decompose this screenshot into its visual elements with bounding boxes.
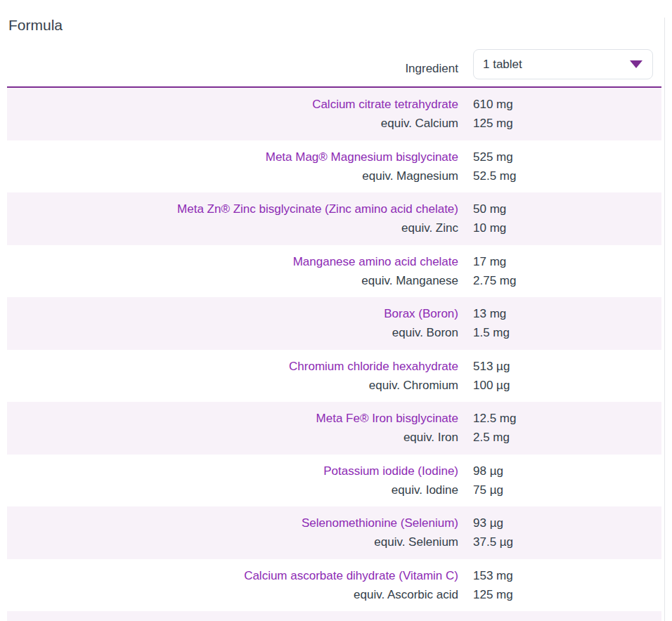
amount-cell: 50 mg 10 mg — [473, 200, 661, 237]
ingredient-cell: Calcium citrate tetrahydrate equiv. Calc… — [7, 95, 458, 133]
ingredient-equiv-amount: 125 mg — [473, 585, 661, 604]
table-row: Meta Mag® Magnesium bisglycinate equiv. … — [7, 140, 661, 193]
serving-size-value: 1 tablet — [483, 58, 522, 72]
ingredient-cell: Potassium iodide (Iodine) equiv. Iodine — [7, 462, 458, 499]
ingredient-name-link[interactable]: Meta Mag® Magnesium bisglycinate — [7, 148, 458, 166]
ingredient-equiv-label: equiv. Selenium — [7, 532, 458, 551]
page-title: Formula — [8, 18, 664, 33]
table-row: Calcium ascorbate dihydrate (Vitamin C) … — [7, 559, 661, 612]
ingredient-amount: 93 µg — [473, 514, 661, 532]
ingredient-equiv-label: equiv. Ascorbic acid — [7, 585, 458, 604]
ingredient-cell: Selenomethionine (Selenium) equiv. Selen… — [7, 514, 458, 551]
ingredient-amount: 153 mg — [473, 566, 661, 585]
amount-cell: 12.5 mg 2.5 mg — [473, 409, 661, 447]
ingredient-name-link[interactable]: Calcium ascorbate dihydrate (Vitamin C) — [7, 566, 458, 585]
ingredient-equiv-label: equiv. Iron — [7, 428, 458, 447]
ingredient-equiv-amount: 100 µg — [473, 376, 661, 395]
ingredient-equiv-label: equiv. Boron — [7, 323, 458, 342]
ingredient-cell: Calcium ascorbate dihydrate (Vitamin C) … — [7, 566, 458, 604]
ingredient-equiv-amount: 52.5 mg — [473, 166, 661, 185]
ingredient-amount: 513 µg — [473, 357, 661, 376]
ingredient-equiv-amount: 37.5 µg — [473, 532, 661, 551]
ingredient-equiv-amount: 1.5 mg — [473, 323, 661, 342]
ingredient-name-link[interactable]: Meta Zn® Zinc bisglycinate (Zinc amino a… — [7, 200, 458, 218]
ingredient-amount: 525 mg — [473, 148, 661, 166]
ingredient-cell: Meta Mag® Magnesium bisglycinate equiv. … — [7, 148, 458, 185]
panel-right-border — [664, 18, 665, 621]
ingredient-name-link[interactable]: Borax (Boron) — [7, 304, 458, 323]
ingredient-amount: 17 mg — [473, 252, 661, 271]
ingredient-equiv-amount: 125 mg — [473, 114, 661, 133]
ingredient-equiv-amount: 2.75 mg — [473, 271, 661, 290]
amount-cell: 93 µg 37.5 µg — [473, 514, 661, 551]
amount-cell: 17 mg 2.75 mg — [473, 252, 661, 290]
table-row: Meta Zn® Zinc bisglycinate (Zinc amino a… — [7, 192, 661, 245]
ingredient-cell: Meta Fe® Iron bisglycinate equiv. Iron — [7, 409, 458, 447]
ingredient-equiv-label: equiv. Zinc — [7, 218, 458, 237]
table-row: Manganese amino acid chelate equiv. Mang… — [7, 245, 661, 298]
table-row: Borax (Boron) equiv. Boron 13 mg 1.5 mg — [7, 297, 661, 350]
ingredient-equiv-label: equiv. Manganese — [7, 271, 458, 290]
amount-cell: 98 µg 75 µg — [473, 462, 661, 499]
ingredient-cell: Borax (Boron) equiv. Boron — [7, 304, 458, 342]
ingredient-name-link[interactable]: Chromium chloride hexahydrate — [7, 357, 458, 376]
table-row: Potassium iodide (Iodine) equiv. Iodine … — [7, 455, 661, 507]
amount-cell: 610 mg 125 mg — [473, 95, 661, 133]
ingredient-name-link[interactable]: Meta Fe® Iron bisglycinate — [7, 409, 458, 428]
table-header: Ingredient 1 tablet — [7, 33, 661, 88]
ingredient-name-link[interactable]: Calcium citrate tetrahydrate — [7, 95, 458, 114]
table-row: Chromium chloride hexahydrate equiv. Chr… — [7, 350, 661, 403]
table-row: Calcium citrate tetrahydrate equiv. Calc… — [7, 88, 661, 140]
ingredient-name-link[interactable]: Selenomethionine (Selenium) — [7, 514, 458, 532]
ingredient-cell: Meta Zn® Zinc bisglycinate (Zinc amino a… — [7, 200, 458, 237]
ingredient-cell: Manganese amino acid chelate equiv. Mang… — [7, 252, 458, 290]
ingredient-amount: 610 mg — [473, 95, 661, 114]
ingredient-equiv-amount: 10 mg — [473, 218, 661, 237]
table-row-partial — [7, 611, 661, 621]
ingredient-amount: 13 mg — [473, 304, 661, 323]
ingredient-amount: 50 mg — [473, 200, 661, 218]
ingredient-column-label: Ingredient — [7, 62, 458, 76]
ingredient-name-link[interactable]: Manganese amino acid chelate — [7, 252, 458, 271]
table-row: Meta Fe® Iron bisglycinate equiv. Iron 1… — [7, 402, 661, 455]
amount-cell: 13 mg 1.5 mg — [473, 304, 661, 342]
amount-cell: 153 mg 125 mg — [473, 566, 661, 604]
ingredient-table-body: Calcium citrate tetrahydrate equiv. Calc… — [7, 88, 661, 611]
ingredient-cell: Chromium chloride hexahydrate equiv. Chr… — [7, 357, 458, 395]
ingredient-equiv-amount: 2.5 mg — [473, 428, 661, 447]
ingredient-equiv-label: equiv. Chromium — [7, 376, 458, 395]
ingredient-amount: 98 µg — [473, 462, 661, 481]
ingredient-equiv-label: equiv. Calcium — [7, 114, 458, 133]
formula-page: Formula Ingredient 1 tablet Calcium citr… — [0, 18, 672, 621]
ingredient-name-link[interactable]: Potassium iodide (Iodine) — [7, 462, 458, 481]
ingredient-equiv-label: equiv. Magnesium — [7, 166, 458, 185]
amount-cell: 513 µg 100 µg — [473, 357, 661, 395]
ingredient-equiv-amount: 75 µg — [473, 481, 661, 499]
amount-cell: 525 mg 52.5 mg — [473, 148, 661, 185]
chevron-down-icon — [630, 60, 642, 68]
ingredient-amount: 12.5 mg — [473, 409, 661, 428]
serving-size-dropdown[interactable]: 1 tablet — [473, 49, 653, 79]
table-row: Selenomethionine (Selenium) equiv. Selen… — [7, 506, 661, 559]
ingredient-equiv-label: equiv. Iodine — [7, 481, 458, 499]
